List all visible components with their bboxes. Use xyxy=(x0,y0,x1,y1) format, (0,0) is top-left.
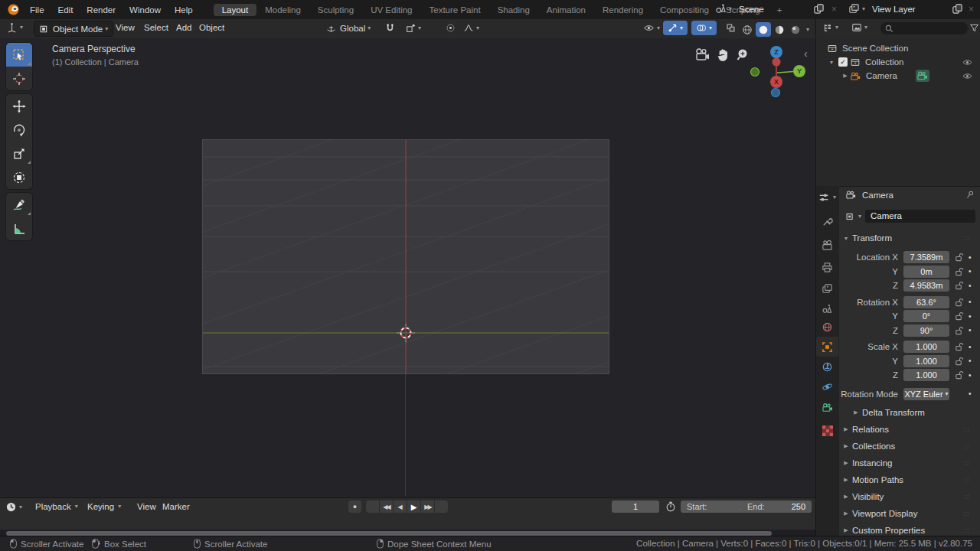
panel-viewport-display[interactable]: ▶Viewport Display∷ xyxy=(841,505,976,522)
new-scene-button[interactable] xyxy=(813,3,825,15)
tab-physics[interactable] xyxy=(816,377,838,396)
panel-drag-dots-icon[interactable]: ∷ xyxy=(964,234,969,243)
panel-visibility[interactable]: ▶Visibility∷ xyxy=(841,488,976,505)
proportional-falloff-dropdown[interactable]: ▾ xyxy=(459,21,484,35)
gizmo-axis-z-neg[interactable] xyxy=(772,89,780,97)
outliner-label[interactable]: Camera xyxy=(866,71,897,80)
proportional-edit-toggle[interactable] xyxy=(441,21,460,35)
navigation-gizmo[interactable]: Z Y X xyxy=(743,44,813,106)
stopwatch-icon[interactable] xyxy=(665,501,676,512)
location-z-field[interactable]: 4.9583m xyxy=(903,279,949,292)
view-layer-name[interactable]: View Layer xyxy=(872,5,916,14)
current-frame-field[interactable]: 1 xyxy=(612,500,659,513)
animate-dot[interactable]: • xyxy=(969,298,972,306)
tab-texture[interactable] xyxy=(816,421,838,441)
camera-view-button[interactable] xyxy=(694,47,710,63)
lock-open-icon[interactable] xyxy=(954,357,964,366)
lock-open-icon[interactable] xyxy=(954,267,964,276)
menu-window[interactable]: Window xyxy=(122,5,168,15)
menu-file[interactable]: File xyxy=(23,5,51,15)
frame-end-field[interactable]: End: 250 xyxy=(741,500,812,513)
view-layer-selector[interactable]: ▾ View Layer xyxy=(848,3,916,15)
tool-cursor[interactable] xyxy=(6,67,32,90)
jump-to-start-button[interactable] xyxy=(366,500,379,513)
outliner-search-input[interactable] xyxy=(880,22,968,34)
snap-target-dropdown[interactable]: ▾ xyxy=(401,21,426,35)
timeline-menu-marker[interactable]: Marker xyxy=(155,502,197,511)
animate-dot[interactable]: • xyxy=(969,371,972,380)
animate-dot[interactable]: • xyxy=(969,312,972,321)
new-view-layer-button[interactable] xyxy=(952,3,963,15)
timeline-editor-type-button[interactable]: ▾ xyxy=(5,501,22,513)
panel-drag-dots-icon[interactable]: ∷ xyxy=(964,425,969,434)
tab-texture-paint[interactable]: Texture Paint xyxy=(421,4,489,16)
panel-drag-dots-icon[interactable]: ∷ xyxy=(964,493,969,501)
outliner-row-scene-collection[interactable]: Scene Collection xyxy=(816,41,980,55)
lock-open-icon[interactable] xyxy=(954,342,964,351)
shading-solid-button[interactable] xyxy=(756,22,771,37)
animate-dot[interactable]: • xyxy=(969,326,972,334)
tool-select-box[interactable] xyxy=(6,43,32,67)
panel-drag-dots-icon[interactable]: ∷ xyxy=(964,510,969,518)
lock-open-icon[interactable] xyxy=(954,370,964,380)
rotation-x-field[interactable]: 63.6° xyxy=(903,296,949,308)
camera-data-icon[interactable] xyxy=(916,70,929,82)
panel-drag-dots-icon[interactable]: ∷ xyxy=(964,459,969,468)
timeline-menu-keying[interactable]: Keying▾ xyxy=(86,502,121,511)
rotation-z-field[interactable]: 90° xyxy=(903,324,949,337)
outliner-display-mode-button[interactable]: ▾ xyxy=(851,22,867,33)
outliner-label[interactable]: Scene Collection xyxy=(842,44,908,53)
disclosure-open-icon[interactable]: ▼ xyxy=(827,60,836,65)
mode-dropdown[interactable]: Object Mode ▾ xyxy=(34,21,113,37)
region-collapse-arrow[interactable]: ‹ xyxy=(804,47,808,60)
animate-dot[interactable]: • xyxy=(969,253,972,262)
outliner-label[interactable]: Collection xyxy=(865,57,904,67)
tool-rotate[interactable] xyxy=(6,118,32,142)
animate-dot[interactable]: • xyxy=(969,357,972,365)
prev-keyframe-button[interactable]: ◀◀ xyxy=(380,500,393,513)
tool-move[interactable] xyxy=(6,94,32,118)
tab-constraints[interactable] xyxy=(816,357,838,377)
tab-rendering[interactable]: Rendering xyxy=(594,4,652,16)
tab-tool[interactable] xyxy=(816,211,838,231)
snap-toggle[interactable] xyxy=(381,21,400,35)
tab-layout[interactable]: Layout xyxy=(214,4,257,16)
delta-transform-panel-header[interactable]: ▶ Delta Transform xyxy=(851,404,974,421)
panel-relations[interactable]: ▶Relations∷ xyxy=(841,421,976,438)
panel-drag-dots-icon[interactable]: ∷ xyxy=(964,527,969,535)
menu-object[interactable]: Object xyxy=(192,23,231,32)
tab-shading[interactable]: Shading xyxy=(489,4,538,16)
lock-open-icon[interactable] xyxy=(954,311,964,321)
menu-help[interactable]: Help xyxy=(168,5,200,15)
tool-scale[interactable] xyxy=(6,142,32,165)
tab-uv-editing[interactable]: UV Editing xyxy=(362,4,420,16)
play-button[interactable]: ▶ xyxy=(407,500,420,513)
shading-rendered-button[interactable] xyxy=(788,22,803,37)
panel-drag-dots-icon[interactable]: ∷ xyxy=(964,476,969,484)
tab-compositing[interactable]: Compositing xyxy=(652,4,717,16)
overlays-toggle[interactable]: ▾ xyxy=(691,21,717,35)
breadcrumb-label[interactable]: Camera xyxy=(862,191,893,200)
rotation-mode-dropdown[interactable]: XYZ Euler▾ xyxy=(903,388,949,400)
outliner-editor-type-button[interactable]: ▾ xyxy=(822,22,838,33)
outliner-row-camera[interactable]: ▶ Camera xyxy=(816,69,980,83)
location-y-field[interactable]: 0m xyxy=(903,266,949,278)
disclosure-closed-icon[interactable]: ▶ xyxy=(841,73,850,79)
animate-dot[interactable]: • xyxy=(969,390,972,398)
tool-annotate[interactable] xyxy=(6,193,32,217)
tool-transform[interactable] xyxy=(6,165,32,189)
shading-wireframe-button[interactable] xyxy=(740,22,755,37)
tab-sculpting[interactable]: Sculpting xyxy=(309,4,362,16)
panel-motion-paths[interactable]: ▶Motion Paths∷ xyxy=(841,471,976,488)
tab-modeling[interactable]: Modeling xyxy=(256,4,309,16)
shading-material-button[interactable] xyxy=(772,22,787,37)
lock-open-icon[interactable] xyxy=(954,326,964,335)
animate-dot[interactable]: • xyxy=(969,267,972,276)
scale-z-field[interactable]: 1.000 xyxy=(903,369,949,381)
tab-animation[interactable]: Animation xyxy=(538,4,594,16)
collection-checkbox[interactable]: ✓ xyxy=(838,57,848,67)
gizmos-toggle[interactable]: ▾ xyxy=(663,21,688,35)
auto-keying-button[interactable]: ● xyxy=(348,500,361,513)
outliner-row-collection[interactable]: ▼ ✓ Collection xyxy=(816,55,980,69)
lock-open-icon[interactable] xyxy=(954,298,964,307)
